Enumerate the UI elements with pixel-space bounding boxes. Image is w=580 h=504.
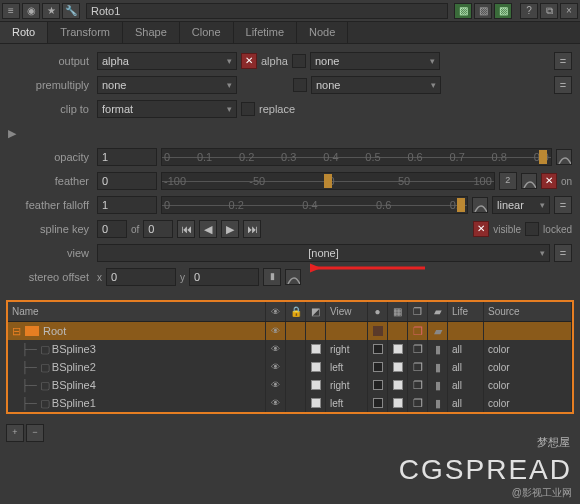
th-eye-icon[interactable]: 👁 [266, 302, 286, 321]
feather-slider[interactable]: -100-50050100 [161, 172, 495, 190]
invert-check[interactable] [311, 380, 321, 390]
tab-transform[interactable]: Transform [48, 22, 123, 43]
eye-icon[interactable]: ◉ [22, 3, 40, 19]
premultiply-extra-dropdown[interactable]: none [311, 76, 441, 94]
overlap-icon[interactable]: ❐ [413, 379, 423, 392]
color-swatch[interactable] [373, 398, 383, 408]
th-blend-icon[interactable]: ▰ [428, 302, 448, 321]
replace-check[interactable] [241, 102, 255, 116]
th-overlap-icon[interactable]: ❐ [408, 302, 428, 321]
stereo-link-icon[interactable]: ▮ [263, 268, 281, 286]
row-source[interactable]: color [484, 394, 572, 412]
splinekey-current[interactable]: 0 [97, 220, 127, 238]
row-source[interactable]: color [484, 376, 572, 394]
th-invert-icon[interactable]: ◩ [306, 302, 326, 321]
key-last-icon[interactable]: ⏭ [243, 220, 261, 238]
overlay-check[interactable] [393, 398, 403, 408]
panel-btn-3[interactable]: ▨ [494, 3, 512, 19]
premultiply-dropdown[interactable]: none [97, 76, 237, 94]
restore-icon[interactable]: ⧉ [540, 3, 558, 19]
key-prev-icon[interactable]: ◀ [199, 220, 217, 238]
wrench-icon[interactable]: 🔧 [62, 3, 80, 19]
blend-icon[interactable]: ▮ [435, 397, 441, 410]
overlap-icon[interactable]: ❐ [413, 343, 423, 356]
visible-toggle[interactable]: ✕ [473, 221, 489, 237]
th-overlay-icon[interactable]: ▦ [388, 302, 408, 321]
feather-input[interactable]: 0 [97, 172, 157, 190]
opacity-anim-icon[interactable] [556, 149, 572, 165]
tree-root-row[interactable]: ⊟Root 👁 ❐ ▰ [8, 322, 572, 340]
output-channel-dropdown[interactable]: none [310, 52, 440, 70]
overlap-icon[interactable]: ❐ [413, 361, 423, 374]
color-swatch[interactable] [373, 326, 383, 336]
tab-roto[interactable]: Roto [0, 22, 48, 43]
opacity-input[interactable]: 1 [97, 148, 157, 166]
falloff-curve-dropdown[interactable]: linear [492, 196, 550, 214]
row-life[interactable]: all [448, 394, 484, 412]
premultiply-expression[interactable]: = [554, 76, 572, 94]
feather-mult[interactable]: 2 [499, 172, 517, 190]
th-color-icon[interactable]: ● [368, 302, 388, 321]
invert-check[interactable] [311, 362, 321, 372]
output-check[interactable] [292, 54, 306, 68]
row-view[interactable]: left [326, 358, 368, 376]
row-source[interactable]: color [484, 340, 572, 358]
falloff-input[interactable]: 1 [97, 196, 157, 214]
blend-icon[interactable]: ▰ [434, 325, 442, 338]
overlay-check[interactable] [393, 380, 403, 390]
close-icon[interactable]: × [560, 3, 578, 19]
tab-clone[interactable]: Clone [180, 22, 234, 43]
panel-btn-1[interactable]: ▨ [454, 3, 472, 19]
eye-icon[interactable]: 👁 [271, 362, 280, 372]
eye-icon[interactable]: 👁 [271, 326, 280, 336]
th-lock-icon[interactable]: 🔒 [286, 302, 306, 321]
overlap-icon[interactable]: ❐ [413, 397, 423, 410]
key-first-icon[interactable]: ⏮ [177, 220, 195, 238]
blend-icon[interactable]: ▮ [435, 361, 441, 374]
row-view[interactable]: right [326, 376, 368, 394]
th-life[interactable]: Life [448, 302, 484, 321]
tree-row[interactable]: ├─ ▢ BSpline4👁right❐▮allcolor [8, 376, 572, 394]
tree-row[interactable]: ├─ ▢ BSpline3👁right❐▮allcolor [8, 340, 572, 358]
help-icon[interactable]: ? [520, 3, 538, 19]
blend-icon[interactable]: ▮ [435, 379, 441, 392]
expand-icon[interactable]: ⊟ [12, 325, 21, 338]
star-icon[interactable]: ★ [42, 3, 60, 19]
row-life[interactable]: all [448, 340, 484, 358]
menu-icon[interactable]: ≡ [2, 3, 20, 19]
tab-lifetime[interactable]: Lifetime [234, 22, 298, 43]
th-source[interactable]: Source [484, 302, 572, 321]
view-dropdown[interactable]: [none] [97, 244, 550, 262]
row-source[interactable]: color [484, 358, 572, 376]
eye-icon[interactable]: 👁 [271, 380, 280, 390]
panel-btn-2[interactable]: ▨ [474, 3, 492, 19]
output-mode-dropdown[interactable]: alpha [97, 52, 237, 70]
overlay-check[interactable] [393, 344, 403, 354]
node-name-field[interactable]: Roto1 [86, 3, 448, 19]
remove-button[interactable]: − [26, 424, 44, 442]
row-view[interactable]: right [326, 340, 368, 358]
th-name[interactable]: Name [8, 302, 266, 321]
opacity-slider[interactable]: 00.10.20.30.40.50.60.70.80.9 [161, 148, 552, 166]
color-swatch[interactable] [373, 344, 383, 354]
stereo-x-input[interactable]: 0 [106, 268, 176, 286]
overlay-check[interactable] [393, 362, 403, 372]
output-mask-enable[interactable]: ✕ [241, 53, 257, 69]
output-expression[interactable]: = [554, 52, 572, 70]
feather-on-toggle[interactable]: ✕ [541, 173, 557, 189]
overlap-icon[interactable]: ❐ [413, 325, 423, 338]
invert-check[interactable] [311, 344, 321, 354]
row-life[interactable]: all [448, 358, 484, 376]
invert-check[interactable] [311, 398, 321, 408]
add-button[interactable]: + [6, 424, 24, 442]
color-swatch[interactable] [373, 362, 383, 372]
tab-node[interactable]: Node [297, 22, 348, 43]
falloff-anim-icon[interactable] [472, 197, 488, 213]
blend-icon[interactable]: ▮ [435, 343, 441, 356]
th-view[interactable]: View [326, 302, 368, 321]
feather-anim-icon[interactable] [521, 173, 537, 189]
stereo-anim-icon[interactable] [285, 269, 301, 285]
row-life[interactable]: all [448, 376, 484, 394]
key-next-icon[interactable]: ▶ [221, 220, 239, 238]
tree-row[interactable]: ├─ ▢ BSpline1👁left❐▮allcolor [8, 394, 572, 412]
